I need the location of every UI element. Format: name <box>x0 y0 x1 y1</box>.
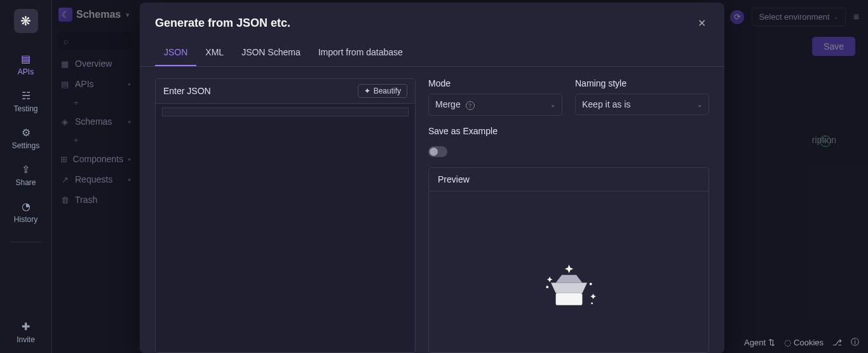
settings-panel: Mode Merge ? ⌄ Naming style Keep it as i… <box>428 78 709 353</box>
empty-state-icon <box>539 254 599 316</box>
beautify-button[interactable]: ✦ Beautify <box>358 84 407 98</box>
cookie-icon: ◌ <box>784 338 791 347</box>
left-rail: ❋ ▤ APIs ☵ Testing ⚙ Settings ⇪ Share ◔ … <box>0 0 52 353</box>
modal-body: Enter JSON ✦ Beautify Mode Me <box>140 67 724 353</box>
help-icon[interactable]: ? <box>466 101 475 110</box>
apis-icon: ▤ <box>20 52 32 65</box>
rail-share[interactable]: ⇪ Share <box>0 163 52 187</box>
share-icon: ⇪ <box>20 163 32 176</box>
modal-tabs: JSON XML JSON Schema Import from databas… <box>140 39 724 67</box>
close-icon: ✕ <box>698 17 706 29</box>
mode-value: Merge <box>435 99 461 109</box>
modal-title: Generate from JSON etc. <box>155 17 290 30</box>
naming-label: Naming style <box>575 78 709 88</box>
json-editor[interactable] <box>156 104 415 352</box>
controls-row: Mode Merge ? ⌄ Naming style Keep it as i… <box>428 78 709 116</box>
rail-invite[interactable]: ✚ Invite <box>0 320 52 344</box>
rail-label: History <box>14 215 37 224</box>
json-title: Enter JSON <box>163 86 211 96</box>
rail-history[interactable]: ◔ History <box>0 200 52 224</box>
chevron-down-icon: ⌄ <box>550 101 555 108</box>
editor-line <box>162 107 409 116</box>
cookies-label: Cookies <box>794 338 824 347</box>
modal-header: Generate from JSON etc. ✕ <box>140 3 724 39</box>
agent-button[interactable]: Agent ⇅ <box>744 338 775 347</box>
svg-marker-0 <box>551 282 587 293</box>
svg-marker-2 <box>555 275 582 282</box>
generate-modal: Generate from JSON etc. ✕ JSON XML JSON … <box>140 3 724 353</box>
naming-select[interactable]: Keep it as is ⌄ <box>575 93 709 115</box>
naming-group: Naming style Keep it as is ⌄ <box>575 78 709 116</box>
rail-settings[interactable]: ⚙ Settings <box>0 126 52 150</box>
tab-label: Import from database <box>318 47 403 57</box>
rail-label: Share <box>15 178 36 187</box>
testing-icon: ☵ <box>20 89 32 102</box>
preview-body <box>429 191 709 352</box>
tab-json[interactable]: JSON <box>155 39 196 66</box>
tab-label: XML <box>205 47 224 57</box>
tab-label: JSON Schema <box>241 47 301 57</box>
rail-label: Invite <box>17 335 35 344</box>
rail-apis[interactable]: ▤ APIs <box>0 52 52 76</box>
tab-import-db[interactable]: Import from database <box>309 39 412 66</box>
rail-label: Testing <box>13 104 37 113</box>
save-example-toggle[interactable] <box>428 146 447 157</box>
mode-select[interactable]: Merge ? ⌄ <box>428 93 562 116</box>
git-button[interactable]: ⎇ <box>832 338 842 347</box>
svg-point-4 <box>589 282 592 285</box>
invite-icon: ✚ <box>20 320 32 333</box>
rail-divider <box>10 242 42 242</box>
branch-icon: ⎇ <box>832 338 842 347</box>
preview-card: Preview <box>428 167 709 353</box>
bottom-bar: Agent ⇅ ◌ Cookies ⎇ ⓘ <box>744 336 859 348</box>
agent-label: Agent <box>744 338 766 347</box>
tab-json-schema[interactable]: JSON Schema <box>233 39 309 66</box>
cookies-button[interactable]: ◌ Cookies <box>784 338 824 347</box>
json-card: Enter JSON ✦ Beautify <box>155 78 416 353</box>
naming-value: Keep it as is <box>582 99 630 109</box>
json-panel: Enter JSON ✦ Beautify <box>155 78 416 353</box>
question-icon: ⓘ <box>851 336 859 348</box>
svg-point-5 <box>591 302 593 304</box>
history-icon: ◔ <box>20 200 32 212</box>
svg-rect-1 <box>555 293 582 305</box>
mode-group: Mode Merge ? ⌄ <box>428 78 562 116</box>
updown-icon: ⇅ <box>768 338 775 347</box>
mode-label: Mode <box>428 78 562 88</box>
json-card-header: Enter JSON ✦ Beautify <box>156 79 415 104</box>
tab-label: JSON <box>164 47 187 57</box>
beautify-label: Beautify <box>374 87 401 95</box>
chevron-down-icon: ⌄ <box>697 101 702 108</box>
rail-label: APIs <box>18 67 34 76</box>
rail-testing[interactable]: ☵ Testing <box>0 89 52 113</box>
rail-label: Settings <box>12 141 39 150</box>
close-button[interactable]: ✕ <box>694 15 709 31</box>
preview-title: Preview <box>429 168 709 191</box>
tab-xml[interactable]: XML <box>196 39 233 66</box>
svg-point-3 <box>546 286 548 288</box>
settings-icon: ⚙ <box>20 126 32 139</box>
help-button[interactable]: ⓘ <box>851 336 859 348</box>
wand-icon: ✦ <box>364 87 370 95</box>
save-example-label: Save as Example <box>428 126 709 136</box>
app-logo[interactable]: ❋ <box>14 9 38 33</box>
